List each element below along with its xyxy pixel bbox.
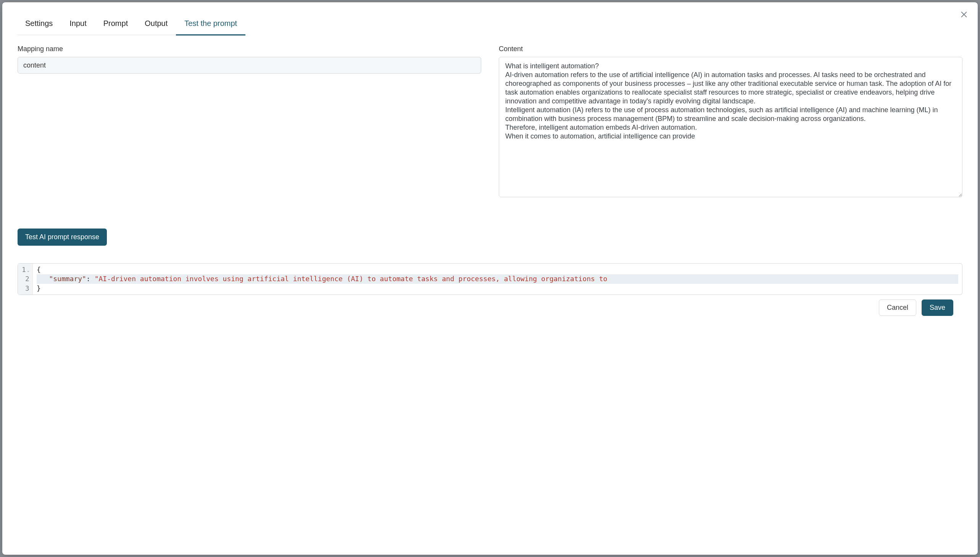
code-content[interactable]: { "summary": "AI-driven automation invol… — [33, 264, 962, 295]
modal-body: Mapping name Content Test AI prompt resp… — [2, 35, 978, 555]
test-ai-prompt-button[interactable]: Test AI prompt response — [18, 228, 107, 246]
tab-test-the-prompt[interactable]: Test the prompt — [176, 15, 245, 35]
modal-dialog: Settings Input Prompt Output Test the pr… — [2, 2, 978, 555]
tab-bar: Settings Input Prompt Output Test the pr… — [2, 2, 978, 35]
code-gutter: 1⌄23 — [18, 264, 33, 295]
tab-input[interactable]: Input — [61, 15, 95, 35]
close-icon[interactable] — [959, 9, 969, 20]
fold-icon[interactable]: ⌄ — [26, 268, 29, 272]
save-button[interactable]: Save — [921, 300, 953, 316]
mapping-name-label: Mapping name — [18, 45, 481, 53]
footer-actions: Cancel Save — [18, 295, 962, 325]
cancel-button[interactable]: Cancel — [879, 300, 916, 316]
content-textarea[interactable] — [499, 57, 962, 197]
response-code-editor[interactable]: 1⌄23 { "summary": "AI-driven automation … — [18, 263, 962, 295]
tab-output[interactable]: Output — [136, 15, 176, 35]
content-label: Content — [499, 45, 962, 53]
tab-prompt[interactable]: Prompt — [95, 15, 136, 35]
tab-settings[interactable]: Settings — [17, 15, 61, 35]
mapping-name-input[interactable] — [18, 57, 481, 73]
